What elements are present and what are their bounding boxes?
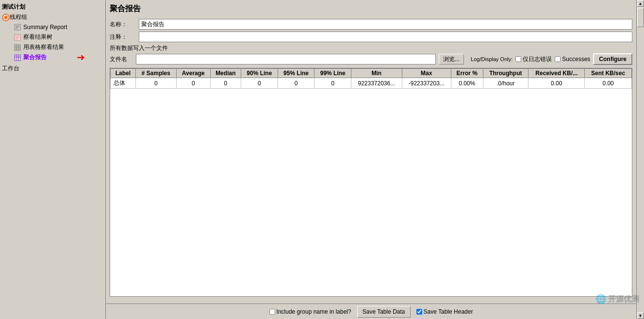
col-median: Median (210, 69, 241, 78)
col-throughput: Throughput (483, 69, 528, 78)
cell-max: -922337203... (402, 78, 451, 89)
sidebar-item-summary-report[interactable]: Summary Report (0, 22, 105, 32)
include-group-name-label[interactable]: Include group name in label? (269, 308, 351, 315)
summary-report-label: Summary Report (23, 24, 67, 31)
svg-point-1 (4, 16, 7, 19)
cell-90line: 0 (241, 78, 278, 89)
configure-button[interactable]: Configure (593, 53, 632, 65)
comment-row: 注释： (110, 32, 632, 42)
col-99line: 99% Line (314, 69, 351, 78)
sidebar: 测试计划 线程组 Summary Report (0, 0, 106, 319)
name-label: 名称： (110, 20, 139, 29)
sidebar-thread-group[interactable]: 线程组 (0, 12, 105, 22)
content-area: 聚合报告 名称： 注释： 所有数据写入一个文件 文件名 浏览... Log/Di… (106, 0, 636, 319)
workbench-label: 工作台 (0, 63, 105, 75)
save-table-header-checkbox[interactable] (416, 309, 422, 315)
successes-label: Successes (562, 56, 590, 63)
save-table-data-button[interactable]: Save Table Data (357, 306, 411, 318)
summary-report-icon (14, 23, 21, 31)
successes-checkbox-label[interactable]: Successes (555, 56, 590, 63)
scrollbar-thumb[interactable] (637, 8, 644, 27)
cell-label: 总体 (111, 78, 136, 89)
sidebar-section-label: 测试计划 (0, 2, 105, 12)
aggregate-report-icon (14, 54, 21, 62)
browse-button[interactable]: 浏览... (439, 54, 464, 64)
col-95line: 95% Line (278, 69, 314, 78)
col-max: Max (402, 69, 451, 78)
col-error-pct: Error % (451, 69, 483, 78)
thread-group-label: 线程组 (10, 13, 27, 21)
col-received-kb: Received KB/... (528, 69, 585, 78)
bottom-bar: Include group name in label? Save Table … (106, 303, 636, 319)
include-group-name-text: Include group name in label? (277, 308, 351, 315)
sidebar-item-view-results-tree[interactable]: 察看结果树 (0, 32, 105, 42)
file-name-input[interactable] (136, 54, 436, 64)
scrollbar-down-btn[interactable]: ▼ (637, 312, 644, 319)
aggregate-report-panel: 聚合报告 名称： 注释： 所有数据写入一个文件 文件名 浏览... Log/Di… (106, 0, 636, 303)
red-arrow: ➜ (77, 51, 85, 63)
cell-median: 0 (210, 78, 241, 89)
cell-samples: 0 (135, 78, 176, 89)
col-average: Average (176, 69, 210, 78)
aggregate-report-label: 聚合报告 (23, 53, 47, 62)
cell-error-pct: 0.00% (451, 78, 483, 89)
name-input[interactable] (139, 19, 632, 30)
view-results-table-label: 用表格察看结果 (23, 43, 64, 51)
panel-title: 聚合报告 (110, 4, 632, 14)
data-table-container: Label # Samples Average Median 90% Line … (110, 68, 632, 297)
file-section-label: 所有数据写入一个文件 (110, 44, 632, 52)
col-samples: # Samples (135, 69, 176, 78)
cell-min: 9223372036... (351, 78, 402, 89)
sidebar-item-view-results-table[interactable]: 用表格察看结果 (0, 42, 105, 52)
sidebar-item-aggregate-report[interactable]: 聚合报告 (0, 52, 105, 63)
name-row: 名称： (110, 19, 632, 30)
save-table-header-text: Save Table Header (424, 308, 473, 315)
data-table: Label # Samples Average Median 90% Line … (110, 68, 632, 89)
table-row: 总体 0 0 0 0 0 0 9223372036... -922337203.… (111, 78, 632, 89)
col-label: Label (111, 69, 136, 78)
svg-rect-2 (15, 24, 20, 30)
col-sent-kb: Sent KB/sec (585, 69, 632, 78)
comment-label: 注释： (110, 33, 139, 41)
cell-received-kb: 0.00 (528, 78, 585, 89)
file-name-label: 文件名 (110, 55, 133, 64)
save-table-header-label[interactable]: Save Table Header (416, 308, 473, 315)
col-min: Min (351, 69, 402, 78)
scrollbar-up-btn[interactable]: ▲ (637, 0, 644, 7)
right-scrollbar[interactable]: ▲ ▼ (636, 0, 644, 319)
thread-group-icon (2, 14, 10, 21)
cell-99line: 0 (314, 78, 351, 89)
view-results-tree-icon (14, 33, 21, 41)
errors-only-checkbox-label[interactable]: 仅日志错误 (515, 55, 552, 64)
errors-only-checkbox[interactable] (515, 56, 521, 62)
include-group-name-checkbox[interactable] (269, 309, 275, 315)
cell-average: 0 (176, 78, 210, 89)
col-90line: 90% Line (241, 69, 278, 78)
view-results-table-icon (14, 44, 21, 51)
comment-input[interactable] (139, 32, 632, 42)
view-results-tree-label: 察看结果树 (23, 33, 52, 41)
successes-checkbox[interactable] (555, 56, 561, 62)
table-header-row: Label # Samples Average Median 90% Line … (111, 69, 632, 78)
cell-95line: 0 (278, 78, 314, 89)
cell-throughput: .0/hour (483, 78, 528, 89)
cell-sent-kb: 0.00 (585, 78, 632, 89)
log-display-only-label: Log/Display Only: (471, 56, 512, 62)
errors-only-label: 仅日志错误 (523, 55, 552, 64)
